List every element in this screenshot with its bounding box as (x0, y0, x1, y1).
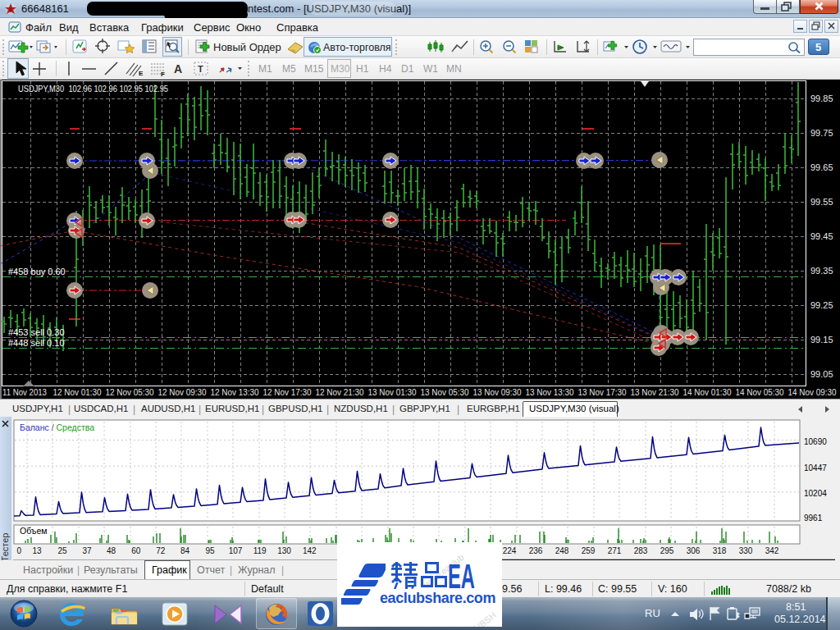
svg-text:Баланс / Средства: Баланс / Средства (20, 422, 94, 432)
svg-text:283: 283 (634, 546, 648, 555)
svg-text:99.05: 99.05 (810, 369, 833, 379)
svg-text:236: 236 (529, 546, 543, 555)
svg-text:224: 224 (503, 546, 517, 555)
svg-text:12 Nov 21:30: 12 Nov 21:30 (316, 387, 364, 397)
svg-text:130: 130 (277, 546, 291, 555)
svg-text:330: 330 (739, 546, 753, 555)
svg-text:12 Nov 17:30: 12 Nov 17:30 (263, 387, 312, 397)
svg-text:72: 72 (156, 546, 166, 555)
svg-text:F: F (161, 71, 165, 77)
svg-text:99.25: 99.25 (810, 300, 833, 310)
svg-text:48: 48 (107, 546, 116, 555)
svg-text:119: 119 (253, 546, 267, 555)
svg-text:13 Nov 17:30: 13 Nov 17:30 (578, 387, 627, 397)
svg-text:0: 0 (17, 546, 22, 555)
svg-text:#453 sell 0.30: #453 sell 0.30 (8, 327, 65, 337)
svg-text:13: 13 (32, 546, 42, 555)
svg-text:295: 295 (660, 546, 674, 555)
svg-text:107: 107 (229, 546, 243, 555)
svg-text:EA: EA (448, 562, 475, 590)
svg-text:13 Nov 09:30: 13 Nov 09:30 (473, 387, 522, 397)
svg-text:95: 95 (205, 546, 215, 555)
svg-text:13 Nov 21:30: 13 Nov 21:30 (631, 387, 679, 397)
svg-text:#458 buy 0.60: #458 buy 0.60 (8, 267, 66, 276)
svg-text:259: 259 (582, 546, 596, 555)
svg-text:99.35: 99.35 (810, 266, 833, 276)
svg-text:318: 318 (713, 546, 727, 555)
svg-text:306: 306 (687, 546, 701, 555)
svg-text:Объем: Объем (20, 526, 47, 536)
svg-text:342: 342 (765, 546, 779, 555)
svg-text:#448 sell 0.10: #448 sell 0.10 (8, 338, 65, 348)
svg-text:60: 60 (131, 546, 141, 555)
svg-text:14 Nov 01:30: 14 Nov 01:30 (683, 387, 732, 397)
svg-text:10447: 10447 (804, 463, 827, 472)
svg-text:10690: 10690 (804, 437, 827, 446)
svg-text:E: E (139, 70, 144, 77)
svg-text:11 Nov 2013: 11 Nov 2013 (2, 387, 47, 397)
svg-text:99.45: 99.45 (810, 231, 833, 241)
svg-text:99.15: 99.15 (810, 335, 833, 345)
svg-text:USDJPY,M30 102.96 102.96 102.: USDJPY,M30 102.96 102.96 102.95 102.95 (18, 84, 168, 94)
svg-text:13 Nov 13:30: 13 Nov 13:30 (526, 387, 574, 397)
svg-text:84: 84 (180, 546, 190, 555)
svg-text:14 Nov 09:30: 14 Nov 09:30 (788, 387, 837, 397)
svg-text:99.55: 99.55 (810, 197, 833, 207)
svg-text:142: 142 (303, 546, 317, 555)
svg-text:271: 271 (608, 546, 622, 555)
svg-text:T: T (198, 64, 203, 74)
svg-text:10204: 10204 (804, 489, 827, 498)
svg-text:25: 25 (57, 546, 67, 555)
svg-text:99.85: 99.85 (810, 94, 833, 103)
svg-text:12 Nov 13:30: 12 Nov 13:30 (211, 387, 259, 397)
svg-text:248: 248 (555, 546, 569, 555)
svg-text:12 Nov 01:30: 12 Nov 01:30 (53, 387, 102, 397)
svg-text:12 Nov 09:30: 12 Nov 09:30 (158, 387, 207, 397)
svg-text:99.75: 99.75 (810, 128, 833, 138)
svg-text:A: A (174, 62, 182, 75)
svg-text:37: 37 (82, 546, 92, 555)
svg-text:14 Nov 05:30: 14 Nov 05:30 (736, 387, 784, 397)
svg-text:12 Nov 05:30: 12 Nov 05:30 (106, 387, 154, 397)
svg-text:9961: 9961 (804, 514, 823, 523)
svg-text:99.65: 99.65 (810, 162, 833, 172)
svg-text:13 Nov 05:30: 13 Nov 05:30 (421, 387, 469, 397)
svg-text:13 Nov 01:30: 13 Nov 01:30 (368, 387, 417, 397)
